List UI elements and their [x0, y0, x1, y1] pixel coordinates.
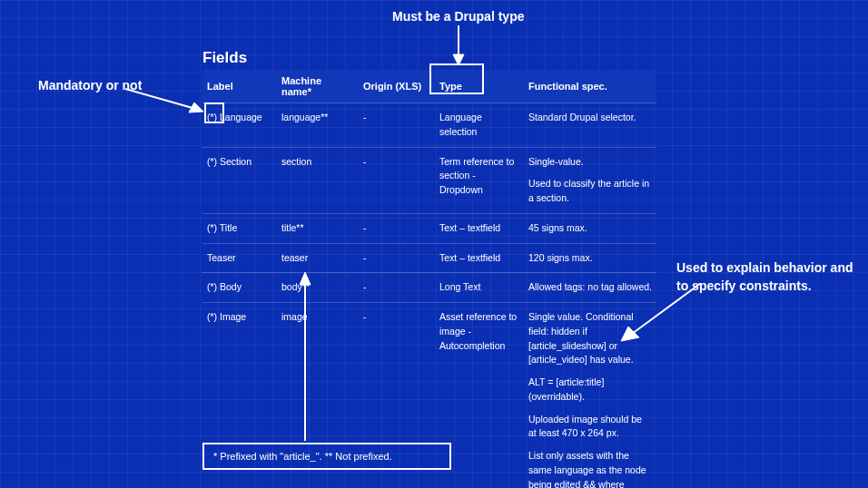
- callout-spec: Used to explain behavior and to specify …: [676, 259, 868, 295]
- table-row: (*) Titletitle**-Text – textfield45 sign…: [202, 213, 656, 243]
- arrow-to-type: [449, 25, 468, 65]
- highlight-mandatory-cell: [204, 102, 224, 123]
- fields-panel: Label Machine name* Origin (XLS) Type Fu…: [202, 46, 656, 488]
- table-row: (*) Languagelanguage**-Language selectio…: [202, 103, 656, 148]
- svg-line-6: [632, 283, 701, 334]
- table-row: (*) Bodybody**-Long TextAllowed tags: no…: [202, 273, 656, 303]
- col-spec: Functional spec.: [524, 70, 656, 103]
- arrow-to-mandatory: [125, 86, 207, 117]
- col-machine: Machine name*: [277, 70, 359, 103]
- highlight-type-header: [429, 63, 484, 94]
- svg-marker-1: [453, 54, 464, 65]
- svg-marker-7: [621, 327, 639, 341]
- svg-line-2: [125, 89, 192, 108]
- svg-marker-5: [300, 272, 311, 285]
- fields-table: Label Machine name* Origin (XLS) Type Fu…: [202, 70, 656, 488]
- footnote: * Prefixed with "article_". ** Not prefi…: [202, 443, 451, 470]
- col-origin: Origin (XLS): [359, 70, 435, 103]
- arrow-to-machine: [296, 272, 314, 441]
- callout-type: Must be a Drupal type: [392, 9, 524, 24]
- table-row: (*) Sectionsection-Term reference to sec…: [202, 147, 656, 213]
- arrow-to-spec: [619, 283, 701, 343]
- table-row: Teaserteaser-Text – textfield120 signs m…: [202, 243, 656, 273]
- col-label: Label: [202, 70, 277, 103]
